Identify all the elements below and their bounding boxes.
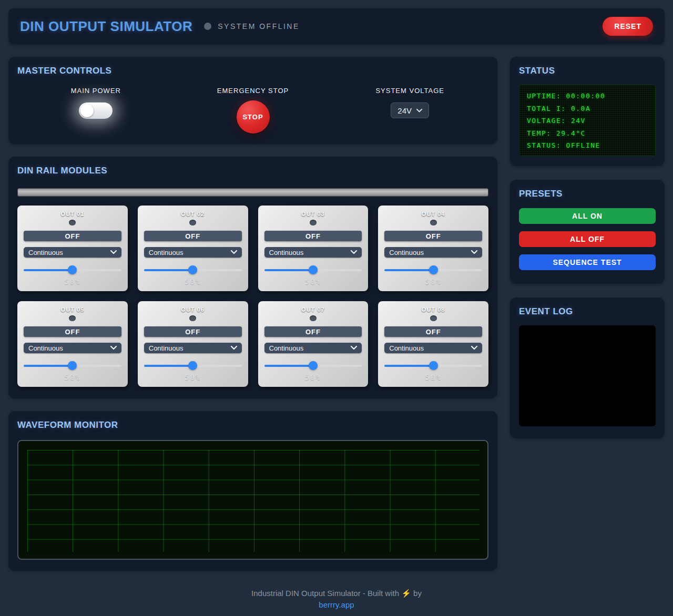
chevron-down-icon (416, 109, 422, 112)
module-duty-slider[interactable] (384, 265, 482, 273)
emergency-stop-label: EMERGENCY STOP (217, 87, 289, 95)
event-log-title: EVENT LOG (519, 306, 656, 317)
module-mode-select[interactable]: Continuous (24, 247, 121, 258)
module-duty-slider[interactable] (264, 361, 362, 369)
module-duty-label: 50% (185, 278, 201, 286)
footer-text: Industrial DIN Output Simulator - Built … (8, 588, 665, 599)
slider-fill (264, 365, 313, 367)
app-header: DIN OUTPUT SIMULATOR SYSTEM OFFLINE RESE… (8, 8, 665, 44)
master-controls-title: MASTER CONTROLS (17, 66, 488, 76)
waveform-panel: WAVEFORM MONITOR (8, 411, 497, 571)
slider-fill (144, 269, 193, 271)
module-mode-select[interactable]: Continuous (144, 343, 242, 353)
module-led-indicator (310, 315, 317, 321)
main-power-toggle[interactable] (79, 102, 113, 119)
slider-thumb[interactable] (68, 265, 77, 274)
module-power-button[interactable]: OFF (24, 326, 121, 337)
voltage-value: 24V (397, 106, 412, 115)
module-duty-label: 50% (185, 373, 201, 382)
output-module-card: OUT 08 OFF Continuous 50% (378, 301, 488, 387)
voltage-select[interactable]: 24V (391, 102, 429, 118)
lcd-line-status: STATUS: OFFLINE (527, 139, 648, 152)
output-module-card: OUT 07 OFF Continuous 50% (258, 301, 369, 387)
module-power-button[interactable]: OFF (384, 231, 482, 241)
slider-thumb[interactable] (68, 361, 77, 370)
output-module-card: OUT 06 OFF Continuous 50% (138, 301, 248, 387)
chevron-down-icon (471, 250, 477, 254)
module-mode-select[interactable]: Continuous (144, 247, 242, 258)
slider-thumb[interactable] (429, 265, 438, 274)
chevron-down-icon (231, 346, 237, 350)
module-power-button[interactable]: OFF (144, 231, 242, 241)
lcd-line-current: TOTAL I: 0.0A (527, 102, 648, 115)
module-duty-slider[interactable] (24, 265, 121, 273)
status-dot-icon (204, 23, 211, 30)
module-mode-select[interactable]: Continuous (264, 247, 362, 258)
chevron-down-icon (110, 346, 117, 350)
chevron-down-icon (231, 250, 237, 254)
slider-thumb[interactable] (188, 361, 197, 370)
chevron-down-icon (471, 346, 477, 350)
page-footer: Industrial DIN Output Simulator - Built … (8, 588, 665, 611)
module-duty-label: 50% (64, 373, 80, 382)
waveform-title: WAVEFORM MONITOR (17, 420, 488, 430)
slider-fill (24, 365, 73, 367)
slider-thumb[interactable] (429, 361, 438, 370)
module-mode-value: Continuous (269, 249, 351, 256)
module-duty-slider[interactable] (144, 265, 242, 273)
module-led-indicator (189, 220, 196, 225)
module-label: OUT 01 (61, 211, 85, 217)
lcd-display: UPTIME: 00:00:00 TOTAL I: 0.0A VOLTAGE: … (519, 85, 656, 156)
chevron-down-icon (351, 346, 357, 350)
module-duty-slider[interactable] (264, 265, 362, 273)
emergency-stop-control: EMERGENCY STOP STOP (175, 87, 332, 134)
module-power-button[interactable]: OFF (144, 326, 242, 337)
module-power-button[interactable]: OFF (384, 326, 482, 337)
module-led-indicator (310, 220, 317, 225)
module-duty-label: 50% (425, 373, 441, 382)
presets-title: PRESETS (519, 189, 656, 199)
module-duty-slider[interactable] (384, 361, 482, 369)
module-mode-value: Continuous (389, 344, 471, 352)
slider-thumb[interactable] (188, 265, 197, 274)
status-title: STATUS (519, 66, 656, 76)
module-mode-value: Continuous (149, 249, 231, 256)
footer-link[interactable]: berrry.app (319, 600, 354, 609)
module-duty-slider[interactable] (24, 361, 121, 369)
module-mode-select[interactable]: Continuous (264, 343, 362, 353)
module-label: OUT 07 (301, 306, 325, 313)
module-label: OUT 06 (181, 306, 205, 313)
module-power-button[interactable]: OFF (264, 231, 362, 241)
module-mode-select[interactable]: Continuous (24, 343, 121, 353)
module-duty-label: 50% (425, 278, 441, 286)
emergency-stop-button[interactable]: STOP (237, 100, 270, 134)
preset-sequence-test-button[interactable]: SEQUENCE TEST (519, 254, 656, 270)
module-mode-select[interactable]: Continuous (384, 247, 482, 258)
main-power-control: MAIN POWER (17, 87, 175, 134)
module-power-button[interactable]: OFF (24, 231, 121, 241)
module-label: OUT 04 (422, 211, 445, 217)
module-label: OUT 02 (181, 211, 205, 217)
slider-thumb[interactable] (309, 265, 318, 274)
module-led-indicator (189, 315, 196, 321)
reset-button[interactable]: RESET (603, 17, 653, 36)
output-module-card: OUT 04 OFF Continuous 50% (378, 206, 488, 291)
module-duty-label: 50% (64, 278, 80, 286)
module-mode-value: Continuous (149, 344, 231, 352)
module-label: OUT 05 (61, 306, 85, 313)
module-mode-value: Continuous (269, 344, 351, 352)
module-led-indicator (69, 315, 76, 321)
din-rail-bar (17, 188, 488, 197)
preset-all-off-button[interactable]: ALL OFF (519, 231, 656, 247)
preset-all-on-button[interactable]: ALL ON (519, 208, 656, 224)
module-mode-select[interactable]: Continuous (384, 343, 482, 353)
main-power-label: MAIN POWER (71, 87, 121, 95)
chevron-down-icon (351, 250, 357, 254)
slider-fill (24, 269, 73, 271)
module-power-button[interactable]: OFF (264, 326, 362, 337)
module-label: OUT 03 (301, 211, 325, 217)
module-duty-slider[interactable] (144, 361, 242, 369)
din-rail-panel: DIN RAIL MODULES OUT 01 OFF Continuous 5… (8, 157, 497, 398)
presets-panel: PRESETS ALL ON ALL OFF SEQUENCE TEST (510, 180, 665, 284)
slider-thumb[interactable] (309, 361, 318, 370)
